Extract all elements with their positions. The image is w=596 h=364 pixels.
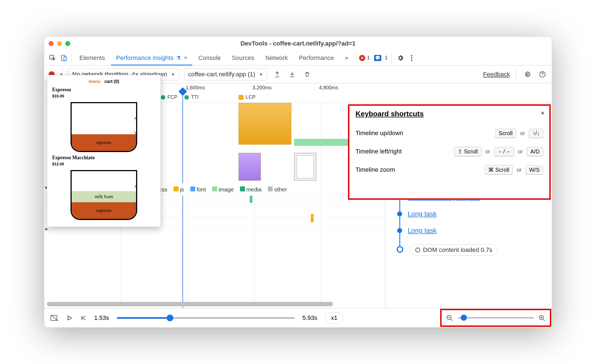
help-icon[interactable] <box>537 69 547 79</box>
lcp-dot-icon <box>239 95 244 100</box>
legend-item-other[interactable]: other <box>268 186 287 193</box>
svg-point-4 <box>411 57 412 59</box>
horizontal-scrollbar[interactable] <box>47 302 333 306</box>
insight-item[interactable]: Long task <box>397 206 552 222</box>
playback-start-time: 1.53s <box>94 314 109 322</box>
insight-link[interactable]: Long task <box>408 210 437 218</box>
close-tab-icon[interactable]: × <box>184 55 187 61</box>
session-label: coffee-cart.netlify.app (1) <box>188 71 255 78</box>
playback-end-time: 5.93s <box>302 314 317 322</box>
panel-settings-gear-icon[interactable] <box>522 69 532 79</box>
svg-rect-8 <box>51 315 57 320</box>
legend-item-media[interactable]: media <box>240 186 262 193</box>
tab-performance[interactable]: Performance <box>294 50 339 65</box>
divider <box>356 53 356 63</box>
shortcut-row: Timeline zoom ⌘ Scroll or W/S <box>355 162 543 178</box>
inspect-element-icon[interactable] <box>47 53 57 63</box>
marker-label: FCP <box>167 94 177 100</box>
tab-elements[interactable]: Elements <box>74 50 110 65</box>
zoom-slider[interactable] <box>458 317 534 318</box>
zoom-in-icon[interactable] <box>538 314 545 322</box>
settings-gear-icon[interactable] <box>395 53 405 63</box>
slider-knob[interactable] <box>167 315 173 321</box>
item-name: Espresso Macchiato <box>52 155 95 160</box>
devtools-tabs: Elements Performance insights ⚗ × Consol… <box>44 50 552 65</box>
session-select[interactable]: coffee-cart.netlify.app (1) ▼ <box>184 68 267 80</box>
tab-network[interactable]: Network <box>261 50 293 65</box>
screenshot-preview: menu cart (0) Espresso $10.00 espresso E… <box>47 75 161 227</box>
svg-point-5 <box>411 59 412 61</box>
gridline <box>321 103 321 308</box>
cup-handle-icon <box>134 115 137 136</box>
kebab-menu-icon[interactable] <box>407 53 417 63</box>
tab-console[interactable]: Console <box>193 50 226 65</box>
cup-layer-espresso: espresso <box>72 134 136 151</box>
import-icon[interactable] <box>287 69 297 79</box>
kbd-key: ⇧ Scroll <box>454 147 482 156</box>
tab-performance-insights[interactable]: Performance insights ⚗ × <box>111 50 192 65</box>
insight-dcl-pill[interactable]: DOM content loaded 0.7s <box>410 244 497 256</box>
legend-item-image[interactable]: image <box>212 186 234 193</box>
preview-menu-link[interactable]: menu <box>89 79 101 84</box>
divider <box>391 53 392 63</box>
export-icon[interactable] <box>272 69 282 79</box>
chevron-down-icon: ▼ <box>259 72 263 77</box>
keyboard-shortcuts-panel: Keyboard shortcuts × Timeline up/down Sc… <box>348 104 551 200</box>
marker-lcp[interactable]: LCP <box>239 94 256 100</box>
resource-legend: css js font image media other <box>150 183 290 196</box>
track-expander-icon[interactable]: ▶ <box>45 227 48 231</box>
marker-tti[interactable]: TTI <box>184 94 199 100</box>
cup-layer-milkfoam: milk foam <box>72 191 136 202</box>
or-text: or <box>518 148 523 155</box>
tab-label: Elements <box>79 54 105 62</box>
timeline-block-lcp[interactable] <box>239 103 291 145</box>
error-badge[interactable]: ✕1 <box>359 55 370 61</box>
timeline-block-image[interactable] <box>294 139 350 146</box>
tab-more[interactable]: » <box>340 50 353 65</box>
rewind-button[interactable] <box>80 315 86 321</box>
tab-sources[interactable]: Sources <box>227 50 259 65</box>
kbd-key: ↑/↓ <box>529 129 543 138</box>
devtools-window: DevTools - coffee-cart.netlify.app/?ad=1… <box>44 36 552 328</box>
playback-slider[interactable] <box>117 317 295 319</box>
divider <box>516 70 516 79</box>
item-price: $12.00 <box>52 162 156 166</box>
delete-icon[interactable] <box>302 69 312 79</box>
playback-speed-pill[interactable]: x1 <box>325 312 343 323</box>
filmstrip-thumb[interactable] <box>239 153 261 181</box>
ruler-tick: 1,600ms <box>186 85 205 91</box>
dcl-label: DOM content loaded 0.7s <box>423 246 492 254</box>
cup-layer-espresso: espresso <box>72 202 136 219</box>
shortcuts-title: Keyboard shortcuts <box>355 110 543 118</box>
item-price: $10.00 <box>52 94 156 98</box>
tab-label: Console <box>198 54 221 62</box>
filmstrip-thumb[interactable] <box>294 153 316 181</box>
ruler-tick: 3,200ms <box>252 85 272 91</box>
play-button[interactable] <box>66 315 72 321</box>
device-toolbar-icon[interactable] <box>59 53 69 63</box>
slider-fill <box>117 317 167 319</box>
marker-fcp[interactable]: FCP <box>161 94 177 100</box>
feedback-link[interactable]: Feedback <box>483 71 510 78</box>
marker-label: LCP <box>246 94 256 100</box>
or-text: or <box>520 130 525 136</box>
issues-badge[interactable]: 💬1 <box>374 55 387 61</box>
zoom-knob[interactable] <box>461 315 467 321</box>
preview-header: menu cart (0) <box>52 79 156 84</box>
shortcut-label: Timeline up/down <box>355 130 403 137</box>
svg-rect-2 <box>64 57 66 60</box>
tab-label: Performance insights <box>116 54 174 62</box>
zoom-out-icon[interactable] <box>446 314 453 322</box>
insight-item[interactable]: Long task <box>397 222 552 239</box>
insight-link[interactable]: Long task <box>408 227 437 234</box>
preview-cart-link[interactable]: cart (0) <box>104 79 119 84</box>
legend-item-font[interactable]: font <box>190 186 206 193</box>
flask-icon: ⚗ <box>176 55 181 61</box>
no-screenshot-icon[interactable] <box>50 314 59 322</box>
close-icon[interactable]: × <box>541 110 544 117</box>
legend-item-js[interactable]: js <box>174 186 184 193</box>
or-text: or <box>517 167 522 173</box>
tab-label: Network <box>266 54 288 62</box>
tab-label: Sources <box>232 54 254 62</box>
kbd-key: A/D <box>527 147 543 156</box>
